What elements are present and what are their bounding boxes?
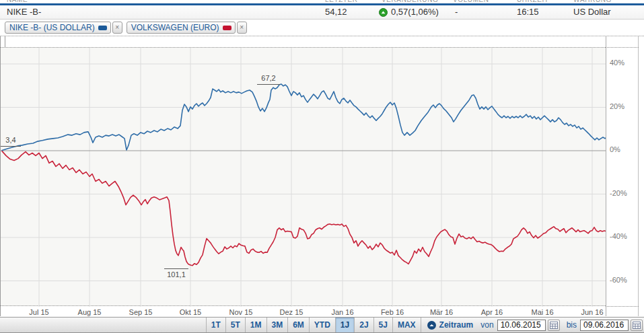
chart-widget: 67,23,4101,1 40%20%0%-20%-40%-60% Jul 15… <box>0 36 644 317</box>
change-up-icon <box>379 8 388 17</box>
y-tick-label: 0% <box>610 145 620 153</box>
y-tick-label: -60% <box>610 276 627 284</box>
range-button-group: 1T5T1M3M6MYTD1J2J5JMAX <box>206 318 421 332</box>
last-price: 54,12 <box>325 5 347 19</box>
zeitraum-group: Zeitraum von bis <box>421 318 643 332</box>
widget-right-border <box>638 36 639 316</box>
annotation-line <box>1 146 21 147</box>
comparison-tag-2[interactable]: VOLKSWAGEN (EURO) <box>127 22 236 34</box>
calendar-to-button[interactable] <box>631 320 643 331</box>
x-tick-label: Nov 15 <box>219 308 262 316</box>
y-tick-label: -20% <box>610 189 627 197</box>
price-annotation: 67,2 <box>248 74 289 82</box>
axis-top-tick <box>5 36 5 47</box>
quote-row[interactable]: NIKE -B- 54,12 0,57(1,06%) - 16:15 US Do… <box>0 5 644 20</box>
series-color-swatch <box>98 26 107 30</box>
time-value: 16:15 <box>517 5 539 19</box>
range-button-3m[interactable]: 3M <box>267 318 289 332</box>
x-tick-label: Jun 16 <box>571 308 614 316</box>
range-button-ytd[interactable]: YTD <box>310 318 336 332</box>
bis-label: bis <box>567 320 577 330</box>
y-tick-label: 40% <box>610 59 624 67</box>
plot-top-border-ext <box>606 47 639 48</box>
date-to-input[interactable] <box>580 320 629 331</box>
annotation-line <box>164 268 188 269</box>
x-tick-label: Dez 15 <box>270 308 313 316</box>
x-tick-label: Apr 16 <box>470 308 513 316</box>
x-tick-label: Aug 15 <box>68 308 111 316</box>
tag-label: VOLKSWAGEN (EURO) <box>131 23 219 32</box>
y-tick-label: 20% <box>610 102 624 110</box>
time-range-toolbar: 1T5T1M3M6MYTD1J2J5JMAX Zeitraum von bis <box>0 317 644 333</box>
von-label: von <box>480 320 493 330</box>
tag-close-button-2[interactable]: × <box>237 22 247 34</box>
annotation-line <box>257 84 280 85</box>
change-value: 0,57(1,06%) <box>391 5 439 19</box>
currency-value: US Dollar <box>573 5 611 19</box>
range-button-1t[interactable]: 1T <box>206 318 226 332</box>
range-button-1m[interactable]: 1M <box>246 318 267 332</box>
series-line-volkswagen-euro- <box>2 151 606 266</box>
collapse-circle-icon[interactable] <box>427 321 436 330</box>
series-line-nike-b-us-dollar- <box>2 84 606 150</box>
y-tick-label: -40% <box>610 232 627 240</box>
series-color-swatch <box>223 26 231 30</box>
range-button-6m[interactable]: 6M <box>288 318 310 332</box>
range-button-1j[interactable]: 1J <box>336 318 355 332</box>
range-button-max[interactable]: MAX <box>393 318 421 332</box>
x-tick-label: Mär 16 <box>420 308 463 316</box>
range-button-5j[interactable]: 5J <box>374 318 393 332</box>
comparison-tag-1[interactable]: NIKE -B- (US DOLLAR) <box>5 22 111 34</box>
price-annotation: 3,4 <box>0 136 31 144</box>
x-tick-label: Okt 15 <box>169 308 212 316</box>
calendar-from-button[interactable] <box>548 320 560 331</box>
x-tick-label: Mai 16 <box>521 308 564 316</box>
x-tick-label: Jan 16 <box>321 308 364 316</box>
plot-bottom-border-ext <box>606 306 639 307</box>
zeitraum-label: Zeitraum <box>439 320 474 330</box>
date-from-input[interactable] <box>497 320 546 331</box>
tag-close-button-1[interactable]: × <box>112 22 122 34</box>
comparison-tag-row: NIKE -B- (US DOLLAR)×VOLKSWAGEN (EURO)× <box>0 20 644 36</box>
right-axis-line <box>606 36 606 316</box>
instrument-name[interactable]: NIKE -B- <box>7 5 41 19</box>
volume-value: - <box>455 5 458 19</box>
x-tick-label: Jul 15 <box>17 308 61 316</box>
chart-app: NAMELETZTERVERÄNDERUNGVOLUMENUHRZEITWÄHR… <box>0 0 644 333</box>
tag-label: NIKE -B- (US DOLLAR) <box>9 23 95 32</box>
calendar-icon <box>550 322 558 329</box>
x-tick-label: Sep 15 <box>119 308 162 316</box>
range-button-5t[interactable]: 5T <box>226 318 246 332</box>
calendar-icon <box>633 322 641 329</box>
price-annotation: 101,1 <box>156 270 196 279</box>
x-tick-label: Feb 16 <box>371 308 414 316</box>
range-button-2j[interactable]: 2J <box>355 318 373 332</box>
plot-area[interactable]: 67,23,4101,1 <box>1 47 606 306</box>
